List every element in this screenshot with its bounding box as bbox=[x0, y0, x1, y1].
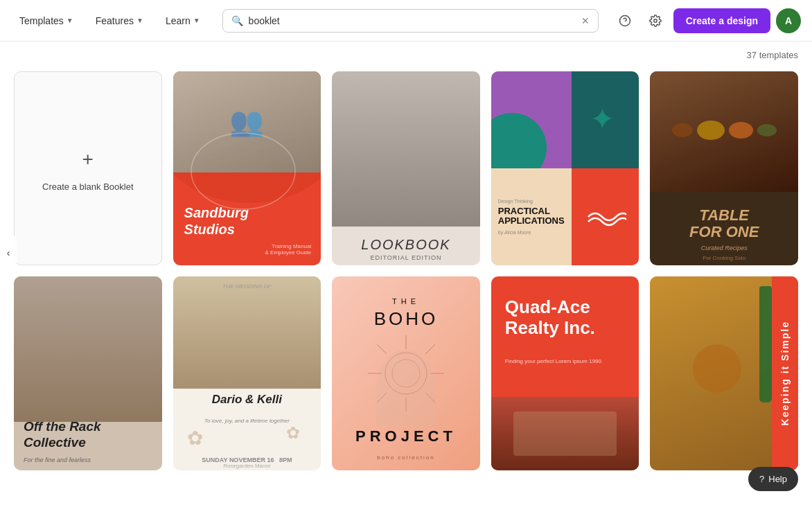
practical-title: PRACTICALAPPLICATIONS bbox=[498, 206, 565, 227]
results-count: 37 templates bbox=[14, 50, 798, 60]
sandburg-title: SandburgStudios bbox=[184, 204, 249, 238]
quad-title: Quad-AceRealty Inc. bbox=[505, 297, 626, 339]
create-design-button[interactable]: Create a design bbox=[673, 8, 770, 33]
help-icon-float: ? bbox=[759, 474, 764, 484]
search-icon: 🔍 bbox=[231, 15, 243, 26]
table-subtitle: Curated Recipes bbox=[650, 245, 798, 251]
sandburg-subtitle: Training Manual& Employee Guide bbox=[265, 243, 311, 256]
keeping-title: Keeping it Simple bbox=[779, 321, 791, 425]
chevron-down-icon: ▼ bbox=[136, 17, 143, 24]
wedding-photo bbox=[173, 276, 321, 389]
help-button[interactable] bbox=[612, 8, 637, 33]
svg-point-2 bbox=[653, 19, 657, 22]
lookbook-subtitle: EDITORIAL EDITION bbox=[332, 254, 480, 261]
quad-room bbox=[491, 397, 639, 470]
boho-lamp bbox=[376, 350, 435, 427]
templates-grid: + Create a blank Booklet SandburgStudios… bbox=[14, 71, 798, 470]
search-input[interactable] bbox=[249, 15, 576, 26]
main-content: ‹ 37 templates + Create a blank Booklet … bbox=[0, 42, 812, 505]
svg-line-13 bbox=[425, 344, 435, 354]
template-card-boho[interactable]: THE BOHO PROJECT boho collection bbox=[332, 276, 480, 470]
template-card-lookbook[interactable]: LOOKBOOK EDITORIAL EDITION bbox=[332, 71, 480, 265]
sandburg-oval bbox=[188, 130, 299, 213]
create-blank-card[interactable]: + Create a blank Booklet bbox=[14, 71, 162, 265]
wave-icon bbox=[585, 206, 626, 227]
plus-icon: + bbox=[74, 145, 102, 173]
chevron-down-icon: ▼ bbox=[193, 17, 200, 24]
help-label: Help bbox=[768, 474, 787, 484]
template-card-practical[interactable]: Design Thinking PRACTICALAPPLICATIONS by… bbox=[491, 71, 639, 265]
gear-icon bbox=[649, 15, 662, 27]
flower-icon-2: ✿ bbox=[286, 423, 300, 443]
offtrack-title: Off the RackCollective bbox=[24, 419, 101, 451]
table-sub2: For Cooking Solo bbox=[650, 255, 798, 261]
table-bowls bbox=[655, 77, 793, 184]
star-overlay: ✦ bbox=[565, 71, 639, 168]
lookbook-photo bbox=[332, 71, 480, 227]
template-card-table[interactable]: TABLEFOR ONE Curated Recipes For Cooking… bbox=[650, 71, 798, 265]
svg-text:✦: ✦ bbox=[589, 102, 615, 136]
boho-sub: boho collection bbox=[332, 454, 480, 461]
search-bar: 🔍 ✕ bbox=[222, 9, 599, 33]
nav-learn-label: Learn bbox=[166, 15, 191, 26]
practical-q4 bbox=[572, 168, 639, 265]
settings-button[interactable] bbox=[643, 8, 668, 33]
offtrack-subtitle: For the fine and fearless bbox=[24, 457, 91, 463]
template-card-wedding[interactable]: THE WEDDING OF Dario & Kelli To love, jo… bbox=[173, 276, 321, 470]
boho-project: PROJECT bbox=[332, 427, 480, 445]
offtrack-photo bbox=[14, 276, 162, 422]
practical-q1 bbox=[491, 71, 572, 168]
svg-line-11 bbox=[377, 344, 387, 354]
avatar[interactable]: A bbox=[776, 8, 801, 33]
header-right: Create a design A bbox=[612, 8, 801, 33]
boho-title: BOHO bbox=[332, 308, 480, 330]
practical-author: by Alicia Moore bbox=[498, 230, 531, 235]
practical-q3: Design Thinking PRACTICALAPPLICATIONS by… bbox=[491, 168, 572, 265]
lookbook-title: LOOKBOOK bbox=[332, 237, 480, 253]
template-card-sandburg[interactable]: SandburgStudios Training Manual& Employe… bbox=[173, 71, 321, 265]
table-title: TABLEFOR ONE bbox=[650, 207, 798, 240]
keeping-food bbox=[657, 296, 776, 441]
template-card-quad[interactable]: Quad-AceRealty Inc. Finding your perfect… bbox=[491, 276, 639, 470]
clear-icon[interactable]: ✕ bbox=[581, 15, 590, 26]
nav-templates[interactable]: Templates ▼ bbox=[11, 10, 82, 32]
keeping-label-bg: Keeping it Simple bbox=[772, 276, 798, 470]
wedding-venue: Rosegarden Manor bbox=[173, 463, 321, 469]
nav-templates-label: Templates bbox=[19, 15, 64, 26]
create-blank-label: Create a blank Booklet bbox=[42, 181, 134, 192]
chevron-down-icon: ▼ bbox=[67, 17, 73, 24]
wedding-occasion: THE WEDDING OF bbox=[173, 283, 321, 290]
wedding-names: Dario & Kelli bbox=[173, 393, 321, 407]
template-card-offtrack[interactable]: Off the RackCollective For the fine and … bbox=[14, 276, 162, 470]
quad-subtitle: Finding your perfect Lorem ipsum 1990 bbox=[505, 358, 626, 364]
practical-label: Design Thinking bbox=[498, 199, 533, 204]
help-icon bbox=[619, 15, 631, 27]
keeping-bottle bbox=[759, 286, 772, 402]
header: Templates ▼ Features ▼ Learn ▼ 🔍 ✕ bbox=[0, 0, 812, 42]
nav-features[interactable]: Features ▼ bbox=[87, 10, 152, 32]
template-card-keeping[interactable]: Keeping it Simple bbox=[650, 276, 798, 470]
svg-point-3 bbox=[191, 133, 295, 209]
boho-the: THE bbox=[332, 297, 480, 305]
help-button-float[interactable]: ? Help bbox=[748, 467, 798, 491]
nav-features-label: Features bbox=[96, 15, 134, 26]
nav-learn[interactable]: Learn ▼ bbox=[157, 10, 209, 32]
prev-arrow[interactable]: ‹ bbox=[0, 236, 17, 269]
flower-icon: ✿ bbox=[187, 427, 203, 450]
